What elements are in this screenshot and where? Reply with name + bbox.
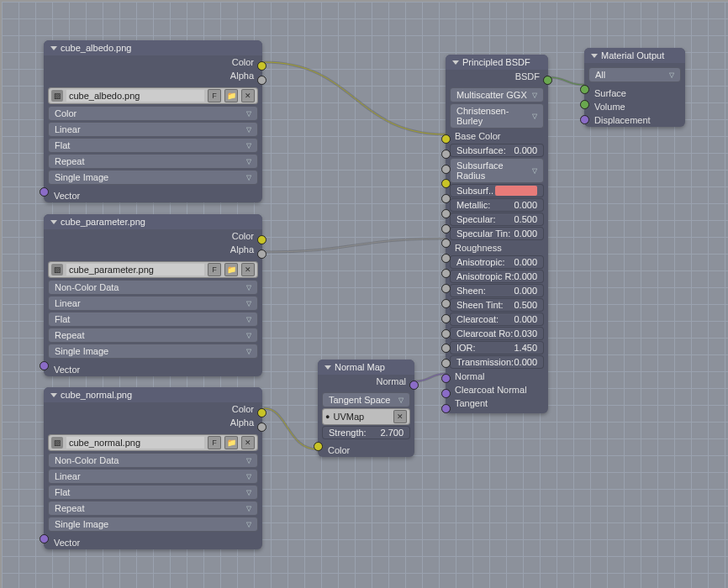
chevron-down-icon: ▽ <box>246 489 251 496</box>
value-field[interactable]: Clearcoat:0.000 <box>450 312 544 326</box>
collapse-icon[interactable] <box>50 220 57 224</box>
principled-bsdf-node[interactable]: Principled BSDF BSDF Multiscatter GGX▽ C… <box>446 55 548 413</box>
image-texture-normal[interactable]: cube_normal.png Color Alpha ▨cube_normal… <box>44 387 262 549</box>
value-field[interactable]: Clearcoat Ro:0.030 <box>450 327 544 340</box>
collapse-icon[interactable] <box>452 60 459 65</box>
value-field[interactable]: Specular:0.500 <box>450 213 544 226</box>
input-volume: Volume <box>584 100 685 113</box>
node-title: cube_normal.png <box>61 390 132 400</box>
extension-dropdown[interactable]: Repeat▽ <box>48 154 258 169</box>
node-header[interactable]: Normal Map <box>318 360 414 375</box>
user-count-icon[interactable]: F <box>208 263 221 276</box>
color-space-dropdown[interactable]: Non-Color Data▽ <box>48 453 258 468</box>
output-alpha: Alpha <box>44 243 262 256</box>
value-field[interactable]: Sheen Tint:0.500 <box>450 298 544 312</box>
input-displacement: Displacement <box>584 113 685 127</box>
strength-field[interactable]: Strength:2.700 <box>322 426 410 439</box>
input-socket: Tangent <box>450 396 544 410</box>
value-field[interactable]: Subsurface:0.000 <box>450 144 544 157</box>
value-field[interactable]: Anisotropic:0.000 <box>450 255 544 269</box>
image-icon: ▨ <box>51 437 63 449</box>
user-count-icon[interactable]: F <box>208 89 221 102</box>
output-normal: Normal <box>318 375 414 388</box>
source-dropdown[interactable]: Single Image▽ <box>48 517 258 532</box>
node-title: Material Output <box>601 50 664 60</box>
interpolation-dropdown[interactable]: Linear▽ <box>48 296 258 311</box>
chevron-down-icon: ▽ <box>246 457 251 465</box>
collapse-icon[interactable] <box>591 54 598 58</box>
node-header[interactable]: Principled BSDF <box>446 55 548 70</box>
space-dropdown[interactable]: Tangent Space▽ <box>322 392 410 407</box>
sss-method-dropdown[interactable]: Christensen-Burley▽ <box>450 103 544 129</box>
image-name: cube_normal.png <box>66 437 204 449</box>
output-bsdf: BSDF <box>446 70 548 83</box>
input-socket: Base Color <box>450 129 544 143</box>
image-texture-albedo[interactable]: cube_albedo.png Color Alpha ▨cube_albedo… <box>44 40 262 202</box>
remove-icon[interactable]: ✕ <box>241 436 255 449</box>
input-vector: Vector <box>44 189 262 202</box>
collapse-icon[interactable] <box>50 46 57 50</box>
node-title: Principled BSDF <box>462 57 530 67</box>
chevron-down-icon: ▽ <box>246 284 251 291</box>
remove-icon[interactable]: ✕ <box>393 410 407 423</box>
extension-dropdown[interactable]: Repeat▽ <box>48 501 258 516</box>
projection-dropdown[interactable]: Flat▽ <box>48 485 258 500</box>
value-field[interactable]: Specular Tin:0.000 <box>450 227 544 240</box>
open-file-icon[interactable]: 📁 <box>224 263 238 276</box>
target-dropdown[interactable]: All▽ <box>588 67 681 82</box>
image-texture-parameter[interactable]: cube_parameter.png Color Alpha ▨cube_par… <box>44 214 262 376</box>
node-header[interactable]: Material Output <box>584 48 685 63</box>
input-socket: Roughness <box>450 241 544 255</box>
chevron-down-icon: ▽ <box>246 110 251 118</box>
output-alpha: Alpha <box>44 69 262 82</box>
chevron-down-icon: ▽ <box>246 158 251 165</box>
interpolation-dropdown[interactable]: Linear▽ <box>48 469 258 484</box>
chevron-down-icon: ▽ <box>246 332 251 339</box>
value-field[interactable]: Transmission:0.000 <box>450 355 544 369</box>
source-dropdown[interactable]: Single Image▽ <box>48 344 258 359</box>
collapse-icon[interactable] <box>324 365 331 370</box>
material-output-node[interactable]: Material Output All▽ Surface Volume Disp… <box>584 48 685 127</box>
collapse-icon[interactable] <box>50 393 57 397</box>
output-color: Color <box>44 402 262 416</box>
dropdown[interactable]: Subsurface Radius▽ <box>450 158 544 183</box>
node-title: cube_albedo.png <box>61 43 131 53</box>
projection-dropdown[interactable]: Flat▽ <box>48 138 258 153</box>
chevron-down-icon: ▽ <box>246 348 251 355</box>
extension-dropdown[interactable]: Repeat▽ <box>48 328 258 343</box>
chevron-down-icon: ▽ <box>246 126 251 134</box>
value-field[interactable]: IOR:1.450 <box>450 341 544 354</box>
distribution-dropdown[interactable]: Multiscatter GGX▽ <box>450 87 544 102</box>
open-file-icon[interactable]: 📁 <box>224 436 238 449</box>
value-field[interactable]: Sheen:0.000 <box>450 284 544 297</box>
uvmap-field[interactable]: ●UVMap✕ <box>322 408 410 425</box>
user-count-icon[interactable]: F <box>208 436 221 449</box>
interpolation-dropdown[interactable]: Linear▽ <box>48 122 258 137</box>
open-file-icon[interactable]: 📁 <box>224 89 238 102</box>
chevron-down-icon: ▽ <box>246 316 251 323</box>
input-socket: Normal <box>450 370 544 383</box>
remove-icon[interactable]: ✕ <box>241 263 255 276</box>
node-header[interactable]: cube_albedo.png <box>44 40 262 55</box>
image-path-field[interactable]: ▨cube_parameter.pngF📁✕ <box>48 261 258 278</box>
value-field[interactable]: Metallic:0.000 <box>450 198 544 212</box>
color-space-dropdown[interactable]: Non-Color Data▽ <box>48 280 258 295</box>
value-field[interactable]: Anisotropic R:0.000 <box>450 270 544 283</box>
color-swatch[interactable]: Subsurf.. <box>450 184 544 197</box>
remove-icon[interactable]: ✕ <box>241 89 255 102</box>
node-header[interactable]: cube_normal.png <box>44 387 262 402</box>
projection-dropdown[interactable]: Flat▽ <box>48 312 258 327</box>
image-path-field[interactable]: ▨cube_normal.pngF📁✕ <box>48 434 258 451</box>
image-path-field[interactable]: ▨cube_albedo.pngF📁✕ <box>48 87 258 104</box>
chevron-down-icon: ▽ <box>246 300 251 307</box>
color-space-dropdown[interactable]: Color▽ <box>48 106 258 121</box>
node-title: Normal Map <box>335 362 385 372</box>
chevron-down-icon: ▽ <box>532 92 537 99</box>
output-color: Color <box>44 55 262 69</box>
chevron-down-icon: ▽ <box>246 174 251 181</box>
node-header[interactable]: cube_parameter.png <box>44 214 262 229</box>
output-color: Color <box>44 229 262 243</box>
source-dropdown[interactable]: Single Image▽ <box>48 170 258 185</box>
input-surface: Surface <box>584 87 685 100</box>
normal-map-node[interactable]: Normal Map Normal Tangent Space▽ ●UVMap✕… <box>318 360 414 457</box>
